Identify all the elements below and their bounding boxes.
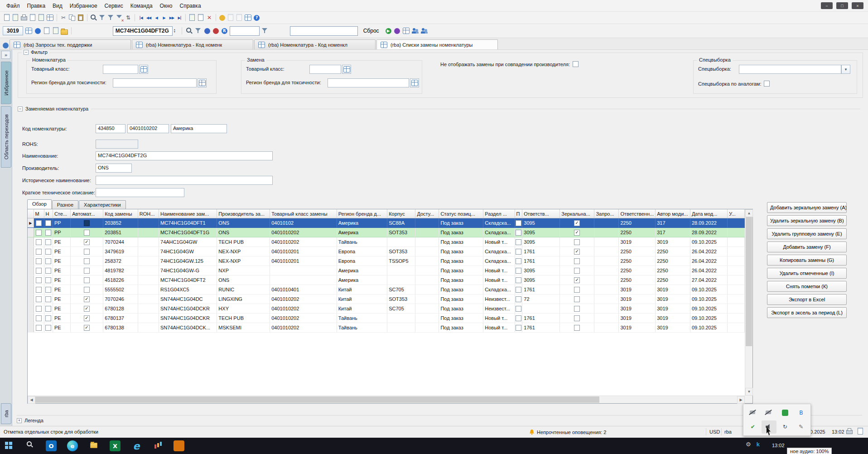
status-printer-icon[interactable] xyxy=(845,427,854,435)
sidebar-tab-company[interactable]: rba xyxy=(1,403,11,424)
edge-icon[interactable]: e xyxy=(67,440,78,451)
document-tab[interactable]: (rba) Номенклатура - Код номенкл xyxy=(254,39,376,49)
field-value-box[interactable] xyxy=(96,188,184,197)
auto-checkbox[interactable] xyxy=(84,239,90,245)
mirror-checkbox[interactable] xyxy=(574,230,580,236)
table-view-icon[interactable] xyxy=(47,14,53,21)
product-class-input[interactable] xyxy=(103,65,138,74)
column-header-name[interactable]: Наименование зам... xyxy=(159,209,217,218)
grid-tab-item[interactable]: Характеристики xyxy=(79,200,126,209)
column-header-ste[interactable]: Сте... xyxy=(53,209,70,218)
table-row[interactable]: PE707024474AHC1G04GWTECH PUB0401010202Та… xyxy=(28,237,745,247)
record-spinner[interactable]: ▴▾ xyxy=(174,29,178,33)
delete-record-icon[interactable]: ✕ xyxy=(205,14,213,22)
run-macro-icon[interactable]: R xyxy=(222,28,227,34)
start-button[interactable] xyxy=(4,440,14,450)
combo-dropdown-button[interactable]: ▾ xyxy=(841,65,850,74)
special-analog-checkbox[interactable] xyxy=(764,81,770,87)
table-row[interactable]: ▶PP203852MC74HC1G04DFT1ONS04010102Америк… xyxy=(28,218,745,228)
sidebar-tab-navigation[interactable]: Область переходов xyxy=(1,106,11,168)
record-code-field[interactable]: MC74HC1G04DFT2G xyxy=(113,26,173,36)
column-header-n[interactable]: Н xyxy=(44,209,53,218)
user-export-icon[interactable] xyxy=(420,27,429,35)
n-checkbox[interactable] xyxy=(45,296,51,302)
horizontal-scroll-thumb[interactable] xyxy=(35,396,599,403)
tool-disabled-icon-2[interactable] xyxy=(235,14,243,22)
delete-mirror-replacement-button[interactable]: Удалить зеркальную замену (B) xyxy=(767,215,847,226)
app-orange-icon-slot[interactable] xyxy=(173,440,185,451)
status-page-icon[interactable] xyxy=(856,427,864,435)
new-line-icon[interactable] xyxy=(43,27,51,35)
next-record-icon[interactable]: ▶ xyxy=(160,14,168,22)
m-checkbox[interactable] xyxy=(36,306,42,312)
document-tab[interactable]: (rba) Номенклатура - Код номенк xyxy=(132,39,253,49)
open-record-icon[interactable] xyxy=(11,14,19,22)
column-header-status[interactable]: Статус позиц... xyxy=(439,209,483,218)
export-document-icon[interactable] xyxy=(37,14,45,22)
antivirus-ok-icon[interactable]: ✔ xyxy=(749,423,757,431)
find-icon[interactable] xyxy=(90,14,98,22)
menu-favorites[interactable]: Избранное xyxy=(66,1,101,10)
column-header-auto[interactable]: Автомат... xyxy=(71,209,103,218)
cut-icon[interactable]: ✂ xyxy=(59,14,68,22)
auto-checkbox[interactable] xyxy=(84,230,90,236)
grid-tab-item[interactable]: Разное xyxy=(52,200,78,209)
m-checkbox[interactable] xyxy=(36,220,42,226)
n-checkbox[interactable] xyxy=(45,306,51,312)
p-checkbox[interactable] xyxy=(516,230,521,236)
auto-checkbox[interactable] xyxy=(84,268,90,274)
menu-file[interactable]: Файл xyxy=(3,1,24,10)
column-header-p[interactable]: П xyxy=(515,209,522,218)
explorer-icon-slot[interactable] xyxy=(88,440,100,451)
alerts-setup-icon[interactable] xyxy=(219,15,225,21)
m-checkbox[interactable] xyxy=(36,239,42,245)
flyout-cell[interactable] xyxy=(745,406,760,419)
n-checkbox[interactable] xyxy=(45,220,51,226)
hide-same-manufacturer-checkbox[interactable] xyxy=(573,61,579,67)
clear-marks-button[interactable]: Снять пометки (К) xyxy=(767,281,847,292)
brand-region-input[interactable] xyxy=(328,78,409,87)
display-muted-icon[interactable] xyxy=(765,409,773,417)
field-value-box[interactable]: 434850 xyxy=(96,124,125,133)
grid-tab-active[interactable]: Обзор xyxy=(27,199,52,209)
record-macro-icon[interactable] xyxy=(213,28,219,34)
auto-checkbox[interactable] xyxy=(84,249,90,255)
auto-checkbox[interactable] xyxy=(84,287,90,293)
document-tab[interactable]: (rba) Списки замены номенклатуры xyxy=(376,39,498,49)
column-header-cls[interactable]: Товарный класс замены xyxy=(270,209,337,218)
n-checkbox[interactable] xyxy=(45,268,51,274)
p-checkbox[interactable] xyxy=(516,296,521,302)
p-checkbox[interactable] xyxy=(516,268,521,274)
column-header-rohs[interactable]: ROH... xyxy=(138,209,159,218)
mirror-checkbox[interactable] xyxy=(574,220,580,226)
n-checkbox[interactable] xyxy=(45,239,51,245)
p-checkbox[interactable] xyxy=(516,239,521,245)
mirror-checkbox[interactable] xyxy=(574,277,580,283)
p-checkbox[interactable] xyxy=(516,315,521,321)
stop-icon[interactable] xyxy=(204,28,210,34)
dynamics-ax-icon[interactable] xyxy=(153,440,163,450)
taskbar-clock[interactable]: 13:02 xyxy=(772,443,785,448)
dynamics-ax-icon-slot[interactable] xyxy=(152,440,164,451)
find-icon[interactable] xyxy=(185,27,193,35)
table-row[interactable]: PE5555502RS1G04XC5RUNIC0401010401КитайSC… xyxy=(28,285,745,295)
mirror-checkbox[interactable] xyxy=(574,258,580,264)
next-group-icon[interactable]: ▶▶ xyxy=(168,14,175,22)
start-button-slot[interactable] xyxy=(3,440,14,451)
grid-view-icon[interactable] xyxy=(25,28,32,34)
flyout-cell[interactable]: B xyxy=(794,406,809,419)
auto-checkbox[interactable] xyxy=(84,315,90,321)
prev-group-icon[interactable]: ◀◀ xyxy=(145,14,152,22)
field-value-box[interactable] xyxy=(96,140,138,149)
field-value-box[interactable]: Америка xyxy=(171,124,227,133)
menu-help[interactable]: Справка xyxy=(176,1,204,10)
add-mirror-replacement-button[interactable]: Добавить зеркальную замену (A) xyxy=(767,202,847,213)
maximize-button[interactable]: □ xyxy=(836,2,848,9)
k-app-tray-icon[interactable]: k xyxy=(757,441,760,448)
m-checkbox[interactable] xyxy=(36,296,42,302)
users-icon[interactable] xyxy=(411,27,420,35)
document-tab[interactable]: (rba) Запросы тех. поддержки xyxy=(10,39,131,49)
m-checkbox[interactable] xyxy=(36,249,42,255)
p-checkbox[interactable] xyxy=(516,220,521,226)
column-header-otv[interactable]: Ответств... xyxy=(522,209,560,218)
